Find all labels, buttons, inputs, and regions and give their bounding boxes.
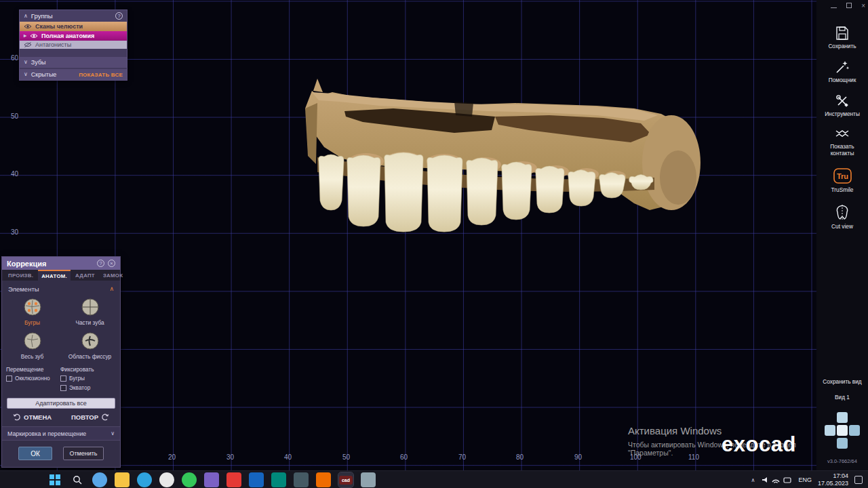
checkbox-occlusal[interactable]: Окклюзионно — [6, 375, 60, 382]
right-toolbar: × Сохранить Помощник Инструменты — [816, 0, 868, 470]
checkbox-cusps[interactable]: Бугры — [60, 375, 116, 382]
adapt-all-button[interactable]: Адаптировать все — [7, 398, 115, 409]
tab-freeform[interactable]: ПРОИЗВ. — [5, 270, 37, 281]
view-1-button[interactable]: Вид 1 — [816, 394, 868, 401]
checkbox-box[interactable] — [60, 385, 66, 391]
group-section-teeth[interactable]: ∨ Зубы — [20, 57, 127, 68]
group-section-hidden[interactable]: ∨ Скрытые ПОКАЗАТЬ ВСЕ — [20, 69, 127, 80]
checkbox-box[interactable] — [6, 375, 12, 382]
x-axis-label: 40 — [284, 453, 292, 461]
y-axis-label: 40 — [11, 170, 18, 178]
checkbox-label: Бугры — [69, 375, 85, 382]
group-section-label: Зубы — [31, 59, 46, 66]
movement-label: Перемещение — [6, 366, 60, 373]
groups-panel-header[interactable]: ∧ Группы ? — [20, 10, 127, 22]
checkbox-label: Экватор — [69, 384, 90, 391]
checkbox-box[interactable] — [60, 375, 66, 382]
close-button[interactable]: × — [861, 2, 865, 9]
taskbar-app-icon[interactable] — [271, 472, 286, 487]
visibility-eye-icon[interactable] — [30, 33, 38, 39]
show-all-button[interactable]: ПОКАЗАТЬ ВСЕ — [79, 72, 123, 78]
ok-button[interactable]: ОК — [18, 447, 52, 460]
notification-center-icon[interactable] — [854, 476, 863, 484]
cancel-button[interactable]: Отменить — [63, 447, 104, 460]
windows-start-button[interactable] — [47, 472, 62, 487]
taskbar-app-icon[interactable] — [249, 472, 264, 487]
marking-movement-section[interactable]: Маркировка и перемещение ∨ — [2, 426, 120, 441]
group-item-label: Антагонисты — [35, 41, 71, 48]
tool-cusps[interactable]: Бугры — [3, 297, 61, 326]
save-icon — [835, 26, 850, 41]
elements-section-header[interactable]: Элементы ∧ — [2, 281, 120, 296]
chevron-down-icon: ∨ — [24, 60, 28, 65]
taskbar-app-icon[interactable] — [316, 472, 331, 487]
tool-tooth-parts[interactable]: Части зуба — [61, 297, 119, 326]
cut-view-button[interactable]: Cut view — [816, 205, 868, 230]
undo-button[interactable]: ОТМЕНА — [13, 413, 52, 421]
tooth-parts-icon — [80, 297, 100, 317]
tool-whole-tooth[interactable]: Весь зуб — [3, 331, 61, 360]
trusmile-logo-icon: Tru — [833, 168, 852, 184]
undo-label: ОТМЕНА — [24, 413, 52, 421]
battery-icon — [784, 478, 791, 483]
tool-label: Область фиссур — [68, 353, 111, 360]
tab-lock[interactable]: ЗАМОК — [100, 270, 126, 281]
jaw-model[interactable] — [292, 76, 712, 245]
taskbar-app-icon[interactable] — [159, 472, 174, 487]
taskbar-app-icon[interactable] — [92, 472, 107, 487]
taskbar-app-icon[interactable] — [294, 472, 309, 487]
trusmile-glyph: Tru — [836, 172, 848, 180]
correction-panel-header[interactable]: Коррекция ? × — [2, 257, 120, 270]
taskbar-app-icon[interactable] — [204, 472, 219, 487]
hidden-icons-chevron[interactable]: ∧ — [751, 477, 755, 483]
chevron-up-icon: ∧ — [109, 286, 114, 292]
tab-anatomic[interactable]: АНАТОМ. — [38, 270, 71, 281]
tray-status-icons[interactable] — [761, 475, 792, 485]
view-1-label: Вид 1 — [835, 394, 850, 401]
expand-arrow-icon[interactable]: ▸ — [24, 33, 26, 39]
tab-adapt[interactable]: АДАПТ — [72, 270, 98, 281]
taskbar-search-button[interactable] — [70, 472, 85, 487]
taskbar-clock[interactable]: 17:04 17.05.2023 — [818, 472, 848, 487]
save-button[interactable]: Сохранить — [816, 26, 868, 49]
visibility-eye-off-icon[interactable] — [24, 42, 32, 47]
help-icon[interactable]: ? — [97, 260, 104, 267]
group-item-label: Сканы челюсти — [35, 23, 83, 30]
taskbar-folder-icon[interactable] — [115, 472, 130, 487]
assistant-button[interactable]: Помощник — [816, 60, 868, 83]
tool-label: Весь зуб — [21, 353, 44, 360]
elements-section-label: Элементы — [8, 285, 39, 293]
group-item-jaw-scans[interactable]: Сканы челюсти — [20, 22, 127, 31]
minimize-button[interactable] — [831, 2, 837, 9]
tool-fissure-area[interactable]: Область фиссур — [61, 331, 119, 360]
taskbar: cad ∧ ENG 17:04 17.05.2023 — [0, 470, 868, 488]
groups-panel: ∧ Группы ? Сканы челюсти ▸ Полная анатом… — [19, 9, 127, 81]
taskbar-app-icon[interactable] — [226, 472, 241, 487]
group-item-full-anatomy[interactable]: ▸ Полная анатомия — [20, 31, 127, 41]
tools-button[interactable]: Инструменты — [816, 94, 868, 117]
trusmile-button[interactable]: Tru TruSmile — [816, 168, 868, 193]
marking-section-label: Маркировка и перемещение — [7, 430, 86, 437]
redo-label: ПОВТОР — [71, 413, 98, 421]
checkbox-equator[interactable]: Экватор — [60, 384, 116, 391]
window-controls: × — [831, 2, 865, 9]
save-view-section: Сохранить вид — [816, 378, 868, 385]
show-contacts-button[interactable]: Показать контакты — [816, 126, 868, 157]
visibility-eye-icon[interactable] — [24, 24, 32, 29]
undo-icon — [13, 413, 21, 421]
taskbar-app-icon[interactable] — [182, 472, 197, 487]
taskbar-exocad-app[interactable]: cad — [338, 472, 353, 487]
tool-label: Бугры — [24, 319, 40, 326]
taskbar-app-icon[interactable] — [361, 472, 376, 487]
close-icon[interactable]: × — [108, 260, 115, 267]
exocad-logo — [816, 411, 868, 450]
help-icon[interactable]: ? — [115, 12, 123, 20]
undo-redo-row: ОТМЕНА ПОВТОР — [2, 409, 120, 421]
taskbar-app-icon[interactable] — [137, 472, 152, 487]
group-item-antagonists[interactable]: Антагонисты — [20, 41, 127, 49]
redo-button[interactable]: ПОВТОР — [71, 413, 109, 421]
contacts-icon — [835, 126, 850, 141]
exocad-flower-icon — [823, 411, 861, 450]
restore-button[interactable] — [846, 2, 852, 9]
language-switcher[interactable]: ENG — [798, 476, 812, 483]
